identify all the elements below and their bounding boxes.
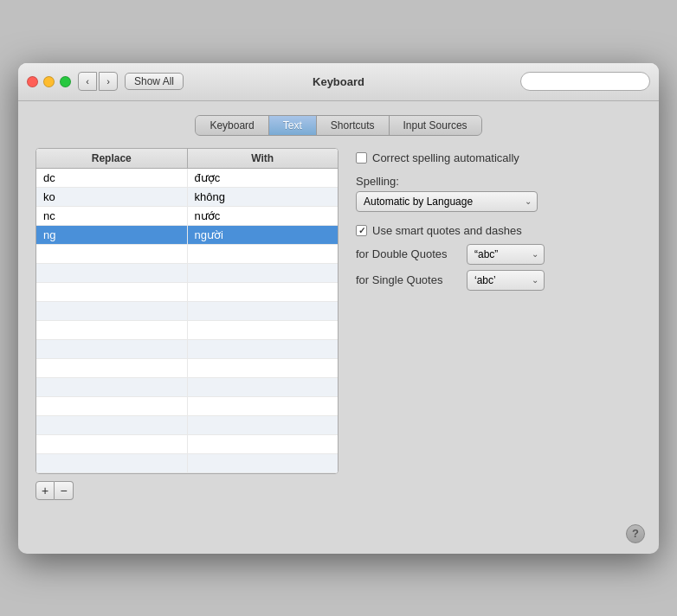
tab-group: Keyboard Text Shortcuts Input Sources [195, 115, 481, 136]
spell-check-row: Correct spelling automatically [356, 151, 642, 164]
spelling-dropdown[interactable]: Automatic by Language ⌄ [356, 191, 538, 212]
with-cell [188, 302, 338, 320]
replace-cell: ko [36, 188, 188, 206]
table-row[interactable] [36, 264, 338, 283]
table-row[interactable] [36, 378, 338, 397]
main-area: Replace With dc được ko không [35, 148, 642, 500]
window-title: Keyboard [313, 75, 364, 88]
replace-cell [36, 416, 188, 434]
keyboard-preferences-window: ‹ › Show All Keyboard 🔍 Keyboard Text Sh… [18, 63, 659, 554]
replace-cell: dc [36, 169, 188, 187]
table-header: Replace With [36, 149, 338, 169]
replace-cell [36, 302, 188, 320]
double-quotes-value: “abc” [474, 248, 498, 260]
spell-check-checkbox[interactable] [356, 152, 367, 164]
replace-cell [36, 454, 188, 472]
search-container: 🔍 [520, 72, 650, 91]
tab-input-sources[interactable]: Input Sources [390, 116, 481, 135]
replace-cell [36, 397, 188, 415]
titlebar: ‹ › Show All Keyboard 🔍 [18, 63, 659, 101]
double-quotes-dropdown[interactable]: “abc” ⌄ [467, 244, 545, 265]
table-body: dc được ko không nc nước [36, 169, 338, 473]
tabs-bar: Keyboard Text Shortcuts Input Sources [35, 115, 642, 136]
tab-text[interactable]: Text [269, 116, 317, 135]
table-row[interactable]: dc được [36, 169, 338, 188]
smart-quotes-text: Use smart quotes and dashes [372, 224, 522, 237]
show-all-button[interactable]: Show All [125, 73, 184, 90]
with-cell: nước [188, 207, 338, 225]
with-cell [188, 378, 338, 396]
minimize-button[interactable] [43, 76, 55, 87]
with-cell [188, 340, 338, 358]
double-quotes-label: for Double Quotes [356, 247, 460, 260]
table-row[interactable] [36, 435, 338, 454]
tab-shortcuts[interactable]: Shortcuts [317, 116, 390, 135]
with-cell [188, 264, 338, 282]
table-row[interactable] [36, 302, 338, 321]
single-quotes-row: for Single Quotes ‘abc’ ⌄ [356, 270, 642, 291]
tab-keyboard[interactable]: Keyboard [196, 116, 268, 135]
with-cell [188, 397, 338, 415]
replace-cell [36, 378, 188, 396]
table-row[interactable] [36, 454, 338, 473]
table-row[interactable] [36, 416, 338, 435]
replace-cell [36, 340, 188, 358]
remove-row-button[interactable]: − [55, 481, 74, 500]
with-cell [188, 245, 338, 263]
nav-buttons: ‹ › [78, 72, 118, 91]
table-row[interactable]: ng người [36, 226, 338, 245]
traffic-lights [27, 76, 71, 87]
spell-check-label[interactable]: Correct spelling automatically [356, 151, 519, 164]
with-cell [188, 435, 338, 453]
with-cell [188, 416, 338, 434]
close-button[interactable] [27, 76, 38, 87]
table-row[interactable] [36, 340, 338, 359]
table-row[interactable] [36, 359, 338, 378]
content-area: Keyboard Text Shortcuts Input Sources Re… [18, 101, 659, 517]
table-row[interactable]: ko không [36, 188, 338, 207]
spelling-label: Spelling: [356, 175, 642, 188]
table-row[interactable] [36, 321, 338, 340]
text-replacement-table: Replace With dc được ko không [35, 148, 338, 474]
replace-cell [36, 321, 188, 339]
replace-cell [36, 283, 188, 301]
table-section: Replace With dc được ko không [35, 148, 338, 500]
with-cell: được [188, 169, 338, 187]
replace-cell [36, 264, 188, 282]
search-input[interactable] [520, 72, 650, 91]
spelling-dropdown-value: Automatic by Language [364, 196, 473, 208]
table-row[interactable] [36, 283, 338, 302]
smart-quotes-label[interactable]: Use smart quotes and dashes [356, 224, 642, 237]
with-header: With [188, 149, 338, 168]
smart-quotes-checkbox[interactable] [356, 225, 367, 236]
replace-cell [36, 359, 188, 377]
replace-cell: ng [36, 226, 188, 244]
table-actions: + − [35, 481, 338, 500]
with-cell [188, 321, 338, 339]
with-cell: người [188, 226, 338, 244]
forward-button[interactable]: › [99, 72, 118, 91]
settings-section: Correct spelling automatically Spelling:… [356, 148, 642, 500]
single-quotes-value: ‘abc’ [474, 274, 496, 286]
back-button[interactable]: ‹ [78, 72, 97, 91]
single-quotes-dropdown[interactable]: ‘abc’ ⌄ [467, 270, 545, 291]
replace-header: Replace [36, 149, 188, 168]
bottom-bar: ? [18, 517, 659, 554]
chevron-down-icon: ⌄ [532, 275, 538, 285]
table-row[interactable]: nc nước [36, 207, 338, 226]
table-row[interactable] [36, 245, 338, 264]
with-cell: không [188, 188, 338, 206]
maximize-button[interactable] [60, 76, 71, 87]
with-cell [188, 359, 338, 377]
help-button[interactable]: ? [626, 524, 645, 543]
chevron-down-icon: ⌄ [532, 249, 538, 259]
single-quotes-label: for Single Quotes [356, 273, 460, 286]
double-quotes-row: for Double Quotes “abc” ⌄ [356, 244, 642, 265]
chevron-down-icon: ⌄ [525, 196, 532, 206]
table-row[interactable] [36, 397, 338, 416]
add-row-button[interactable]: + [35, 481, 55, 500]
with-cell [188, 283, 338, 301]
spelling-section: Spelling: Automatic by Language ⌄ [356, 175, 642, 212]
smart-quotes-section: Use smart quotes and dashes for Double Q… [356, 224, 642, 291]
replace-cell [36, 245, 188, 263]
